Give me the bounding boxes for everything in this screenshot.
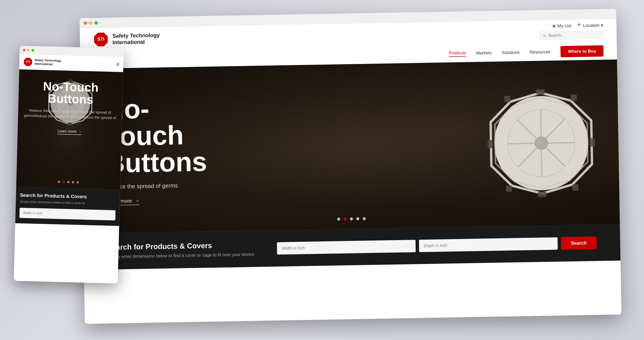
mobile-learn-more-link[interactable]: Learn more → xyxy=(57,129,82,135)
mobile-hero-title: No-Touch Buttons xyxy=(23,80,118,106)
my-list-label: My List xyxy=(558,23,572,29)
svg-line-7 xyxy=(541,109,541,143)
hamburger-menu-icon[interactable]: ≡ xyxy=(116,61,120,67)
search-inputs: Search xyxy=(277,236,597,255)
search-bar[interactable]: 🔍 xyxy=(539,30,603,40)
my-list-button[interactable]: ★ My List xyxy=(552,23,572,29)
where-to-buy-button[interactable]: Where to Buy xyxy=(560,45,604,57)
mobile-logo: STI Safety Technology International xyxy=(23,57,61,67)
mobile-company-name: Safety Technology International xyxy=(34,58,61,66)
svg-rect-21 xyxy=(506,186,512,192)
nav-item-products[interactable]: Prodcuts xyxy=(449,50,466,57)
minimize-dot[interactable] xyxy=(89,21,92,25)
nav-item-markets[interactable]: Markets xyxy=(476,50,492,56)
mobile-maximize-dot[interactable] xyxy=(32,49,34,51)
search-input[interactable] xyxy=(548,32,600,38)
mobile-dot-2[interactable] xyxy=(62,181,65,183)
mobile-website: STI Safety Technology International ≡ xyxy=(14,54,124,284)
mobile-hero: No-Touch Buttons Reduce the spread of ge… xyxy=(16,69,123,190)
mobile-minimize-dot[interactable] xyxy=(27,49,30,51)
desktop-browser-window: STI ® Safety Technology International ★ … xyxy=(80,9,621,324)
svg-text:®: ® xyxy=(106,33,107,34)
star-icon: ★ xyxy=(552,23,556,29)
location-button[interactable]: 📍 Location ▾ xyxy=(576,23,603,28)
mobile-hero-content: No-Touch Buttons Reduce the spread of ge… xyxy=(18,69,123,136)
mobile-close-dot[interactable] xyxy=(23,49,26,51)
mobile-carousel-dots xyxy=(58,181,79,184)
search-section-text: Search for Products & Covers Simply ente… xyxy=(107,240,267,260)
mobile-hero-subtitle: Reduce the spread of germsReduce the spr… xyxy=(23,108,117,126)
mobile-search-title: Search for Products & Covers xyxy=(20,192,116,200)
nav-item-resources[interactable]: Resources xyxy=(530,49,550,55)
svg-rect-20 xyxy=(504,96,510,102)
svg-rect-14 xyxy=(536,89,545,95)
mobile-search-input[interactable] xyxy=(20,208,116,221)
mobile-header: STI Safety Technology International ≡ xyxy=(19,54,124,72)
svg-rect-19 xyxy=(572,184,578,191)
carousel-dot-1[interactable] xyxy=(337,218,340,221)
svg-rect-17 xyxy=(590,138,595,147)
product-search-button[interactable]: Search xyxy=(561,236,597,250)
arrow-right-icon: → xyxy=(135,198,140,204)
mobile-sti-logo: STI xyxy=(23,57,32,67)
carousel-dots xyxy=(337,217,366,221)
top-right-actions: ★ My List 📍 Location ▾ 🔍 xyxy=(539,23,603,40)
carousel-dot-5[interactable] xyxy=(362,217,366,220)
mobile-browser-window: STI Safety Technology International ≡ xyxy=(14,46,124,284)
top-actions-row: ★ My List 📍 Location ▾ xyxy=(552,23,603,29)
search-section-desc: Simply enter dimensions below to find a … xyxy=(107,251,267,260)
mobile-dot-3[interactable] xyxy=(67,181,70,183)
website-content: STI ® Safety Technology International ★ … xyxy=(80,19,621,324)
chevron-down-icon: ▾ xyxy=(601,23,603,28)
mobile-arrow-icon: → xyxy=(78,129,82,134)
sti-logo[interactable]: STI ® xyxy=(93,32,109,47)
carousel-dot-3[interactable] xyxy=(350,217,353,220)
carousel-dot-4[interactable] xyxy=(356,217,359,220)
close-dot[interactable] xyxy=(84,21,87,25)
mobile-search-desc: Simply enter dimensions below to find a … xyxy=(20,199,116,206)
mobile-dot-4[interactable] xyxy=(72,181,74,184)
svg-text:STI: STI xyxy=(26,60,30,63)
svg-rect-16 xyxy=(488,140,493,148)
hero-subtitle: Reduce the spread of germs xyxy=(106,182,210,190)
hero-section: No-Touch Buttons Reduce the spread of ge… xyxy=(80,60,620,234)
mobile-learn-more-label: Learn more xyxy=(58,129,76,134)
svg-line-8 xyxy=(541,143,542,177)
width-input[interactable] xyxy=(277,240,416,254)
mobile-dot-5[interactable] xyxy=(76,181,79,184)
mobile-dot-1[interactable] xyxy=(58,181,60,183)
nav-item-solutions[interactable]: Solutions xyxy=(502,50,520,55)
search-section-title: Search for Products & Covers xyxy=(107,240,267,252)
location-pin-icon: 📍 xyxy=(576,23,582,28)
svg-rect-15 xyxy=(538,192,546,197)
svg-text:STI: STI xyxy=(97,37,104,42)
location-label: Location xyxy=(583,23,600,28)
maximize-dot[interactable] xyxy=(94,21,98,25)
carousel-dot-2[interactable] xyxy=(344,217,346,220)
cage-product-image xyxy=(476,78,606,208)
depth-input[interactable] xyxy=(419,237,558,252)
company-name: Safety Technology International xyxy=(112,32,160,46)
mobile-search-section: Search for Products & Covers Simply ente… xyxy=(15,187,120,226)
logo-area: STI ® Safety Technology International xyxy=(93,31,160,47)
search-icon: 🔍 xyxy=(543,34,546,37)
svg-rect-18 xyxy=(571,95,577,101)
